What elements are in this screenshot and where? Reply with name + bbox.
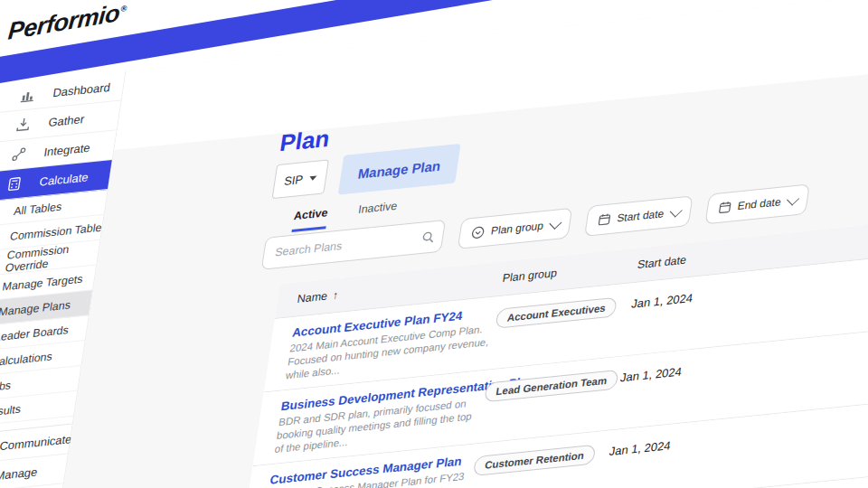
sidebar-item-manage[interactable]: Manage [0,454,68,488]
bar-chart-icon [20,87,36,103]
start-date-filter-label: Start date [616,207,665,224]
start-date-filter[interactable]: Start date [584,195,693,236]
plan-group-filter[interactable]: Plan group [458,208,573,249]
app-body: Dashboard Gather Integrate [0,0,868,488]
search-input[interactable] [272,230,423,259]
plan-group-badge: Customer Retention [473,445,597,476]
caret-down-icon [309,175,317,181]
plan-group-badge: Lead Generation Team [484,370,619,403]
sidebar-item-label: Gather [48,112,86,129]
period-select[interactable]: SIP [272,159,329,199]
sidebar-item-label: Communicate [0,432,73,453]
calendar-icon [598,212,612,226]
performio-app-window: Performio® Dashboard Gather [0,0,868,488]
tab-active[interactable]: Active [291,206,328,232]
page-canvas: Performio® Dashboard Gather [0,0,868,488]
download-icon [15,117,32,133]
plan-group-badge: Account Executives [495,297,618,329]
sidebar-item-label: Dashboard [52,80,112,99]
tab-inactive[interactable]: Inactive [356,200,399,226]
main-content: Plan SIP Manage Plan Active Inactive [24,0,868,488]
plan-group-filter-label: Plan group [490,220,544,238]
chevron-down-icon [670,204,683,217]
circle-chevron-icon [470,225,486,239]
end-date-filter-label: End date [737,195,782,212]
chevron-down-icon [787,192,799,205]
manage-plan-button[interactable]: Manage Plan [338,144,461,195]
search-icon [420,230,435,244]
sidebar-item-label: Calculate [39,170,90,188]
period-select-value: SIP [283,173,304,188]
sort-asc-icon: ↑ [332,288,339,302]
column-header-plan-group[interactable]: Plan group [502,258,638,285]
end-date-filter[interactable]: End date [704,183,810,224]
page-title: Plan [278,125,331,157]
calendar-icon [718,201,732,214]
chevron-down-icon [549,217,561,230]
sidebar-item-label: Integrate [43,140,91,158]
sidebar-item-label: Manage [0,465,39,483]
plug-icon [11,146,27,163]
column-header-start-date[interactable]: Start date [637,245,773,271]
registered-mark: ® [120,4,127,14]
search-box [261,220,446,270]
calculator-icon [6,176,23,192]
